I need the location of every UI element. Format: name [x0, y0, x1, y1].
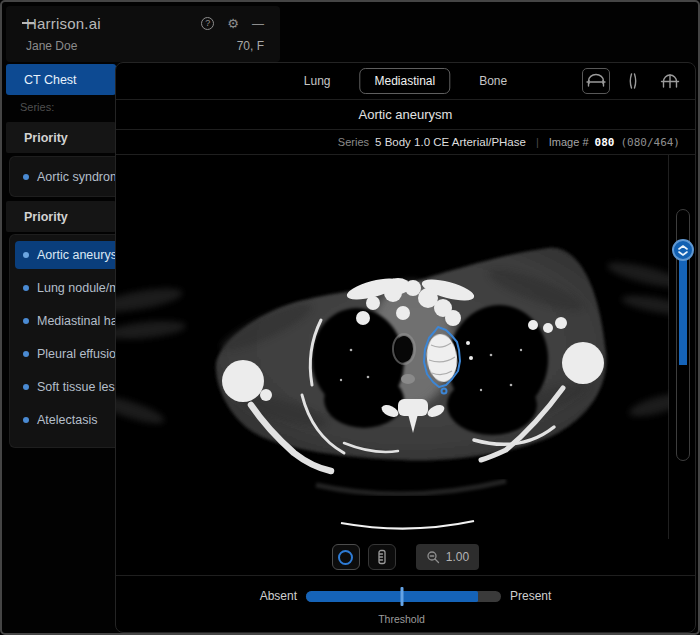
- app-window: Harrison.ai ? ⚙ — Jane Doe 70, F CT Ches…: [0, 0, 700, 635]
- finding-item-aortic-syndrome[interactable]: Aortic syndrome: [15, 163, 116, 191]
- finding-title: Aortic aneurysm: [359, 107, 453, 122]
- finding-bullet-icon: [23, 417, 29, 423]
- threshold-slider-track[interactable]: Threshold: [306, 591, 501, 602]
- finding-bullet-icon: [23, 285, 29, 291]
- axial-view-button[interactable]: [582, 68, 610, 94]
- tab-mediastinal[interactable]: Mediastinal: [359, 68, 450, 94]
- finding-item-aortic-aneurysm[interactable]: Aortic aneurysm: [15, 241, 116, 269]
- circle-roi-icon: [338, 550, 353, 565]
- image-count: (080/464): [620, 136, 680, 149]
- finding-bullet-icon: [23, 174, 29, 180]
- help-icon[interactable]: ?: [201, 17, 214, 30]
- finding-bullet-icon: [23, 318, 29, 324]
- window-preset-tabs: Lung Mediastinal Bone: [116, 63, 695, 100]
- viewer-toolbar: 1.00: [116, 539, 695, 576]
- series-label: Series:: [20, 101, 54, 113]
- minimize-icon[interactable]: —: [252, 19, 264, 29]
- chevron-down-icon: [678, 251, 688, 256]
- header-card: Harrison.ai ? ⚙ — Jane Doe 70, F: [6, 6, 280, 62]
- coronal-view-icon: [659, 72, 681, 90]
- priority-section-header-2: Priority: [6, 201, 116, 232]
- slice-slider-track[interactable]: [676, 209, 690, 461]
- priority-section-header-1: Priority: [6, 122, 116, 153]
- tab-bone[interactable]: Bone: [476, 67, 510, 95]
- series-info-separator: |: [532, 136, 543, 148]
- zoom-level-control[interactable]: 1.00: [416, 544, 479, 570]
- finding-bullet-icon: [23, 252, 29, 258]
- threshold-fill: [306, 591, 478, 602]
- sagittal-view-button[interactable]: [619, 68, 647, 94]
- zoom-out-icon: [426, 550, 440, 564]
- study-tab-ct-chest[interactable]: CT Chest: [6, 64, 116, 95]
- ruler-icon: [373, 548, 391, 566]
- threshold-absent-label: Absent: [260, 589, 297, 603]
- tab-lung[interactable]: Lung: [301, 67, 334, 95]
- circle-roi-button[interactable]: [332, 544, 360, 570]
- slice-slider-handle[interactable]: [672, 239, 694, 261]
- finding-item-pleural-effusion[interactable]: Pleural effusion: [15, 340, 116, 368]
- brand-logo: Harrison.ai: [26, 15, 101, 32]
- threshold-caption: Threshold: [378, 613, 425, 625]
- sagittal-view-icon: [622, 72, 644, 90]
- coronal-view-button[interactable]: [656, 68, 684, 94]
- patient-age-sex: 70, F: [237, 39, 264, 53]
- patient-name: Jane Doe: [26, 39, 77, 53]
- image-number-label: Image #: [549, 136, 589, 148]
- threshold-tick[interactable]: [400, 587, 403, 606]
- slice-range-highlight: [679, 250, 687, 365]
- finding-bullet-icon: [23, 351, 29, 357]
- threshold-section: Absent Threshold Present: [116, 576, 695, 633]
- finding-item-atelectasis[interactable]: Atelectasis: [15, 406, 116, 434]
- finding-bullet-icon: [23, 384, 29, 390]
- chevron-up-icon: [678, 245, 688, 250]
- series-info-value: 5 Body 1.0 CE Arterial/PHase: [375, 136, 526, 148]
- finding-item-mediastinal-haematoma[interactable]: Mediastinal haer: [15, 307, 116, 335]
- zoom-level-value: 1.00: [446, 550, 469, 564]
- finding-title-bar: Aortic aneurysm: [116, 100, 695, 130]
- finding-item-soft-tissue-lesion[interactable]: Soft tissue lesion: [15, 373, 116, 401]
- finding-item-lung-nodule[interactable]: Lung nodule/ma: [15, 274, 116, 302]
- ruler-button[interactable]: [368, 544, 396, 570]
- image-area: [116, 155, 695, 539]
- finding-card-1: Aortic syndrome: [9, 156, 116, 197]
- viewer-panel: Lung Mediastinal Bone: [115, 62, 696, 633]
- axial-view-icon: [585, 72, 607, 90]
- finding-card-2: Aortic aneurysm Lung nodule/ma Mediastin…: [9, 234, 116, 448]
- settings-gear-icon[interactable]: ⚙: [227, 17, 239, 30]
- series-info-bar: Series 5 Body 1.0 CE Arterial/PHase | Im…: [116, 130, 695, 155]
- threshold-present-label: Present: [510, 589, 551, 603]
- slice-slider: [669, 155, 696, 539]
- ct-image[interactable]: [116, 155, 669, 539]
- image-number: 080: [595, 136, 615, 149]
- series-info-label: Series: [338, 136, 369, 148]
